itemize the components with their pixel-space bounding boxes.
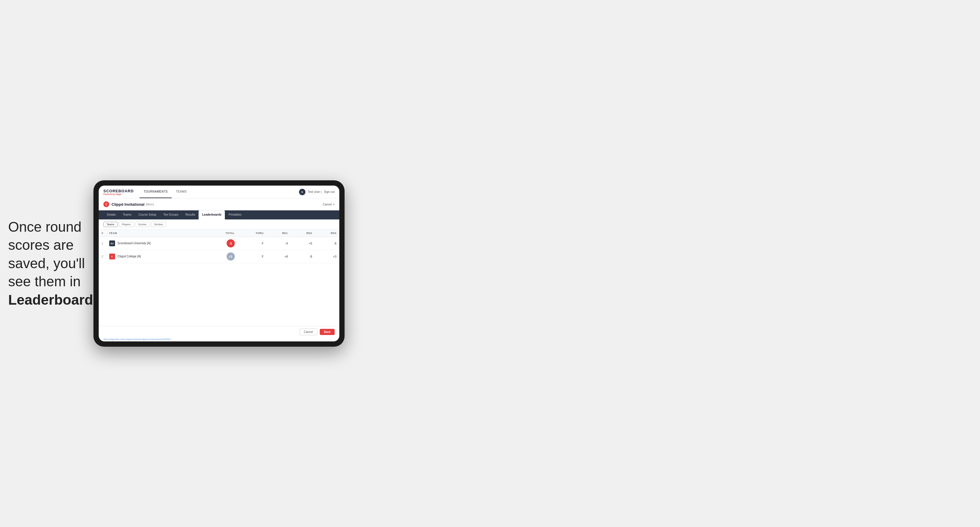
filter-players[interactable]: Players [119, 222, 134, 227]
cell-team: C Clippd College [A] [106, 250, 206, 263]
powered-by: Powered by clippd [103, 193, 134, 195]
cancel-button-header[interactable]: Cancel × [323, 203, 335, 206]
top-nav: SCOREBOARD Powered by clippd TOURNAMENTS… [99, 186, 339, 198]
intro-text-part1: Once round scores are saved, you'll see … [8, 219, 85, 289]
tournament-icon: C [103, 202, 109, 207]
col-team: TEAM [106, 230, 206, 237]
filter-teams[interactable]: Teams [103, 222, 118, 227]
tab-course-setup[interactable]: Course Setup [135, 210, 160, 219]
intro-text-bold: Leaderboards [8, 292, 101, 308]
col-rd2: RD2 [291, 230, 315, 237]
col-rd3: RD3 [315, 230, 339, 237]
tab-tee-groups[interactable]: Tee Groups [160, 210, 182, 219]
tab-teams[interactable]: Teams [119, 210, 135, 219]
col-thru: THRU [238, 230, 267, 237]
cell-rd2: -8 [291, 250, 315, 263]
sign-out-link[interactable]: Sign out [324, 190, 335, 194]
score-badge: -5 [227, 239, 235, 248]
table-row: 2 C Clippd College [A] +3 F +8 -8 +3 [99, 250, 339, 263]
tab-printables[interactable]: Printables [225, 210, 245, 219]
filter-scores[interactable]: Scores [135, 222, 150, 227]
team-name: Scoreboard University [A] [118, 241, 150, 245]
cell-rd2: +5 [291, 237, 315, 250]
cell-thru: F [238, 250, 267, 263]
cell-total: -5 [206, 237, 238, 250]
team-logo: SU [109, 240, 115, 246]
nav-tournaments[interactable]: TOURNAMENTS [140, 186, 172, 198]
tab-leaderboards[interactable]: Leaderboards [199, 210, 225, 219]
tab-details[interactable]: Details [103, 210, 119, 219]
cell-rank: 1 [99, 237, 106, 250]
bottom-bar: Cancel Save [99, 326, 339, 338]
col-total: TOTAL [206, 230, 238, 237]
sub-filters: Teams Players Scores Strokes [99, 219, 339, 230]
user-name: Test User | [308, 190, 322, 194]
save-button[interactable]: Save [320, 329, 335, 335]
cell-rd3: -6 [315, 237, 339, 250]
leaderboard-table: # TEAM TOTAL THRU RD1 RD2 RD3 1 SU Score… [99, 230, 339, 326]
tablet-screen: SCOREBOARD Powered by clippd TOURNAMENTS… [99, 186, 339, 341]
team-logo: C [109, 254, 115, 259]
logo-text: SCOREBOARD [103, 189, 134, 193]
cancel-button[interactable]: Cancel [300, 329, 317, 335]
logo-area: SCOREBOARD Powered by clippd [103, 189, 134, 195]
col-rank: # [99, 230, 106, 237]
cell-rank: 2 [99, 250, 106, 263]
nav-teams[interactable]: TEAMS [172, 186, 191, 198]
cell-thru: F [238, 237, 267, 250]
cell-total: +3 [206, 250, 238, 263]
tab-results[interactable]: Results [182, 210, 199, 219]
url-bar: https://stage-blue-coach.stagescoreboard… [99, 338, 339, 341]
nav-links: TOURNAMENTS TEAMS [140, 186, 191, 198]
filter-strokes[interactable]: Strokes [151, 222, 167, 227]
tournament-gender: (Men) [146, 203, 154, 206]
table-header-row: # TEAM TOTAL THRU RD1 RD2 RD3 [99, 230, 339, 237]
nav-right: S Test User | Sign out [299, 189, 335, 195]
tablet-frame: SCOREBOARD Powered by clippd TOURNAMENTS… [94, 180, 345, 347]
score-badge: +3 [227, 252, 235, 260]
cell-rd1: -4 [266, 237, 291, 250]
tournament-header: C Clippd Invitational (Men) Cancel × [99, 198, 339, 210]
intro-text: Once round scores are saved, you'll see … [8, 218, 90, 309]
col-rd1: RD1 [266, 230, 291, 237]
cell-rd1: +8 [266, 250, 291, 263]
url-text: https://stage-blue-coach.stagescoreboard… [103, 338, 170, 340]
user-avatar: S [299, 189, 305, 195]
tournament-title: Clippd Invitational [111, 202, 145, 206]
cell-team: SU Scoreboard University [A] [106, 237, 206, 250]
team-name: Clippd College [A] [118, 255, 141, 258]
cell-rd3: +3 [315, 250, 339, 263]
table-row: 1 SU Scoreboard University [A] -5 F -4 +… [99, 237, 339, 250]
tab-navigation: Details Teams Course Setup Tee Groups Re… [99, 210, 339, 219]
